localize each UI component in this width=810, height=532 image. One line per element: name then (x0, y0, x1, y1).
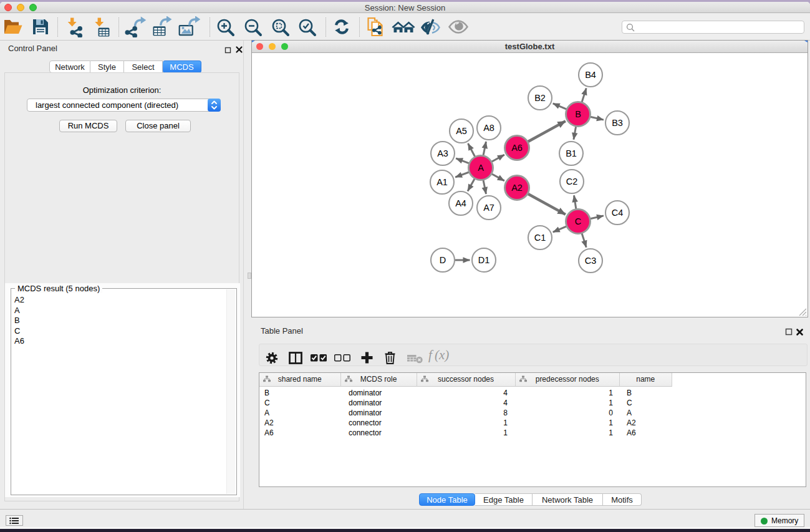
svg-text:B1: B1 (566, 148, 577, 158)
svg-text:A: A (478, 163, 484, 173)
svg-text:C1: C1 (534, 233, 546, 243)
svg-text:A5: A5 (456, 126, 467, 136)
svg-text:C2: C2 (566, 177, 578, 186)
svg-text:D: D (440, 255, 446, 265)
svg-text:B2: B2 (534, 93, 546, 103)
svg-text:C4: C4 (612, 208, 624, 218)
svg-text:A6: A6 (511, 143, 523, 153)
svg-text:C: C (575, 216, 581, 226)
svg-text:C3: C3 (585, 256, 597, 266)
svg-text:A4: A4 (455, 198, 466, 208)
svg-text:A8: A8 (483, 123, 494, 133)
svg-text:B4: B4 (585, 70, 596, 80)
svg-text:A3: A3 (437, 148, 448, 158)
svg-text:A2: A2 (511, 183, 523, 193)
svg-text:D1: D1 (478, 255, 490, 265)
svg-text:A1: A1 (436, 177, 448, 187)
svg-text:B3: B3 (612, 118, 623, 128)
svg-text:A7: A7 (483, 203, 494, 213)
svg-text:B: B (575, 109, 581, 119)
